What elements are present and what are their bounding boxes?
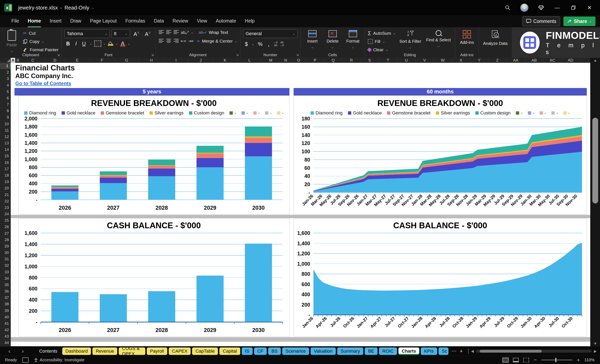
font-name-select[interactable]: Tahoma⌄ — [65, 29, 110, 38]
row-header-34[interactable]: 34 — [0, 275, 10, 282]
row-header-19[interactable]: 19 — [0, 179, 10, 185]
close-button[interactable]: ✕ — [586, 4, 593, 11]
normal-view-button[interactable] — [503, 358, 508, 362]
row-header-29[interactable]: 29 — [0, 243, 10, 250]
column-header-P[interactable]: P — [306, 58, 324, 63]
cut-button[interactable]: ✂Cut — [23, 30, 58, 36]
sheet-tab-captable[interactable]: CapTable — [192, 347, 218, 355]
column-header-AA[interactable]: AA — [506, 58, 525, 63]
menu-tab-home[interactable]: Home — [28, 15, 41, 27]
align-bottom-button[interactable] — [173, 30, 179, 35]
align-left-button[interactable] — [159, 38, 164, 44]
horizontal-scroll-track[interactable] — [476, 350, 592, 353]
sheet-canvas[interactable]: Financial Charts ABC Company Inc. Go to … — [11, 63, 591, 346]
row-header-24[interactable]: 24 — [0, 211, 10, 217]
chart-panel-revenue-5y[interactable]: REVENUE BREAKDOWN - $'000 Diamond ringGo… — [18, 96, 290, 214]
menu-tab-insert[interactable]: Insert — [50, 15, 62, 27]
column-header-F[interactable]: F — [90, 58, 114, 63]
chevron-down-icon[interactable]: ⌄ — [103, 42, 106, 46]
delete-cells-button[interactable]: Delete⌄ — [324, 29, 342, 50]
scroll-up-icon[interactable]: ▲ — [591, 58, 600, 63]
row-header-31[interactable]: 31 — [0, 256, 10, 262]
horizontal-scrollbar[interactable]: ◀ ▶ — [471, 349, 600, 354]
sheet-tab-roic[interactable]: ROIC — [379, 347, 397, 355]
sheet-tab-cf[interactable]: CF — [254, 347, 267, 355]
column-header-Q[interactable]: Q — [324, 58, 342, 63]
row-header-38[interactable]: 38 — [0, 301, 10, 307]
column-header-X[interactable]: X — [452, 58, 470, 63]
chevron-down-icon[interactable]: ⌄ — [90, 42, 92, 46]
column-header-R[interactable]: R — [342, 58, 361, 63]
row-header-36[interactable]: 36 — [0, 288, 10, 295]
row-header-39[interactable]: 39 — [0, 308, 10, 314]
insert-cells-button[interactable]: Insert⌄ — [303, 29, 321, 50]
chevron-down-icon[interactable]: ⌄ — [115, 42, 118, 46]
menu-tab-draw[interactable]: Draw — [70, 15, 82, 27]
row-header-23[interactable]: 23 — [0, 205, 10, 211]
increase-font-button[interactable]: A˄ — [132, 30, 141, 37]
underline-button[interactable]: U — [80, 41, 87, 47]
number-format-select[interactable]: General⌄ — [243, 29, 298, 38]
format-cells-button[interactable]: Format⌄ — [344, 29, 362, 50]
share-button[interactable]: Share ⌄ — [563, 17, 595, 26]
fill-button[interactable]: ↓Fill⌄ — [368, 38, 396, 45]
font-dialog-launcher[interactable]: ⇲ — [151, 53, 154, 57]
borders-button[interactable] — [94, 40, 101, 47]
column-header-S[interactable]: S — [361, 58, 379, 63]
column-header-M[interactable]: M — [262, 58, 280, 63]
sheet-tab-valuation[interactable]: Valuation — [310, 347, 336, 355]
wrap-text-button[interactable]: ab⮐Wrap Text — [199, 29, 228, 36]
merge-center-button[interactable]: ⬄Merge & Center⌄ — [197, 38, 237, 44]
font-size-select[interactable]: 8⌄ — [112, 29, 130, 38]
page-break-view-button[interactable] — [523, 358, 529, 362]
row-header-12[interactable]: 12 — [0, 134, 10, 140]
column-header-K[interactable]: K — [213, 58, 237, 63]
row-header-11[interactable]: 11 — [0, 127, 10, 134]
sheet-tab-bs[interactable]: BS — [268, 347, 281, 355]
bold-button[interactable]: B — [65, 41, 72, 47]
row-header-10[interactable]: 10 — [0, 121, 10, 127]
column-header-B[interactable]: B — [15, 58, 21, 63]
more-sheets-button[interactable]: ⋯ — [451, 348, 457, 354]
column-header-A[interactable]: A — [11, 58, 15, 63]
macro-record-icon[interactable] — [22, 357, 28, 363]
prev-sheet-button[interactable]: ‹ — [5, 348, 13, 355]
row-header-4[interactable]: 4 — [0, 82, 10, 89]
find-select-button[interactable]: Find & Select⌄ — [425, 29, 452, 48]
restore-button[interactable] — [570, 4, 577, 11]
vertical-scrollbar[interactable]: ▲ ▼ — [590, 58, 600, 346]
menu-tab-review[interactable]: Review — [173, 15, 188, 27]
column-header-AB[interactable]: AB — [525, 58, 543, 63]
sheet-tab-summary[interactable]: Summary — [337, 347, 363, 355]
row-header-40[interactable]: 40 — [0, 314, 10, 320]
row-header-32[interactable]: 32 — [0, 262, 10, 269]
sheet-tab-revenue[interactable]: Revenue — [93, 347, 117, 355]
next-sheet-button[interactable]: › — [19, 348, 27, 355]
column-header-C[interactable]: C — [21, 58, 45, 63]
sheet-tab-is[interactable]: IS — [242, 347, 253, 355]
row-header-7[interactable]: 7 — [0, 101, 10, 108]
row-header-43[interactable]: 43 — [0, 333, 10, 340]
row-header-33[interactable]: 33 — [0, 269, 10, 275]
font-color-button[interactable]: A — [120, 41, 125, 46]
row-header-5[interactable]: 5 — [0, 89, 10, 95]
menu-tab-formulas[interactable]: Formulas — [125, 15, 145, 27]
row-header-37[interactable]: 37 — [0, 295, 10, 301]
menu-tab-page-layout[interactable]: Page Layout — [90, 15, 117, 27]
chart-panel-cash-60m[interactable]: CASH BALANCE - $'000 -2004006008001,0001… — [294, 218, 587, 337]
row-header-9[interactable]: 9 — [0, 114, 10, 121]
accounting-format-button[interactable]: $ — [243, 41, 250, 47]
zoom-level[interactable]: 110% — [584, 358, 595, 362]
sheet-tab-charts[interactable]: Charts — [398, 347, 420, 355]
percent-format-button[interactable]: % — [256, 41, 264, 47]
table-of-contents-link[interactable]: Go to Table of Contents — [15, 81, 71, 86]
row-header-26[interactable]: 26 — [0, 224, 10, 230]
sheet-tab-kpis[interactable]: KPIs — [421, 347, 437, 355]
row-header-21[interactable]: 21 — [0, 191, 10, 198]
sheet-tab-payroll[interactable]: Payroll — [147, 347, 167, 355]
zoom-in-button[interactable]: + — [577, 357, 580, 363]
increase-indent-button[interactable]: ⇥≡ — [188, 39, 194, 43]
row-header-8[interactable]: 8 — [0, 108, 10, 114]
premium-gem-icon[interactable] — [538, 4, 544, 11]
clipboard-dialog-launcher[interactable]: ⇲ — [57, 53, 60, 57]
